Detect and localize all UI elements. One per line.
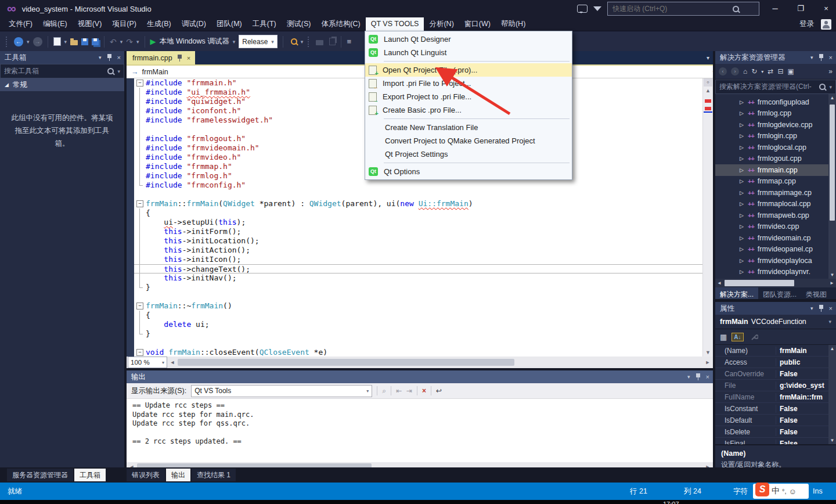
- tool-tab-0[interactable]: 服务器资源管理器: [7, 469, 73, 481]
- document-list-dropdown-icon[interactable]: ▾: [707, 51, 713, 64]
- qt-menu-item-8[interactable]: Create New Translation File: [365, 121, 572, 134]
- navigate-to-icon[interactable]: [316, 40, 323, 45]
- property-value[interactable]: public: [776, 358, 836, 366]
- property-value[interactable]: False: [776, 416, 836, 424]
- error-mark[interactable]: [705, 107, 711, 110]
- expand-arrow-icon[interactable]: ▷: [740, 145, 744, 150]
- solution-configuration-combo[interactable]: Release ▾: [239, 35, 278, 48]
- qt-menu-item-9[interactable]: Convert Project to QMake Generated Proje…: [365, 134, 572, 147]
- close-panel-icon[interactable]: ×: [706, 373, 709, 380]
- fold-collapse-icon[interactable]: −: [134, 301, 146, 311]
- file-item-frmmapimage-cp[interactable]: ▷++frmmapimage.cp: [715, 187, 836, 199]
- file-item-frmlogin-cpp[interactable]: ▷++frmlogin.cpp: [715, 131, 836, 142]
- home-icon[interactable]: ⌂: [743, 67, 747, 75]
- collapse-all-icon[interactable]: ⊟: [777, 67, 783, 75]
- editor-horizontal-scrollbar[interactable]: ◄ ►: [168, 358, 712, 367]
- redo-dropdown-icon[interactable]: ▾: [136, 39, 139, 45]
- chevron-down-icon[interactable]: ▾: [829, 84, 832, 90]
- expand-arrow-icon[interactable]: ▷: [740, 258, 744, 264]
- property-row-FullName[interactable]: FullNamefrmMain::frm: [715, 391, 836, 403]
- expand-arrow-icon[interactable]: ▷: [740, 99, 744, 105]
- property-value[interactable]: False: [776, 428, 836, 436]
- property-row-IsDelete[interactable]: IsDeleteFalse: [715, 426, 836, 438]
- scrollbar-thumb[interactable]: [830, 105, 835, 221]
- debugger-target-label[interactable]: 本地 Windows 调试器: [160, 37, 229, 46]
- navigate-back-dropdown-icon[interactable]: ▾: [27, 39, 30, 45]
- window-position-dropdown-icon[interactable]: ▾: [810, 55, 813, 60]
- qt-menu-item-5[interactable]: Export Project to .pri File...: [365, 90, 572, 103]
- menubar-item-5[interactable]: 调试(D): [176, 17, 211, 31]
- properties-vertical-scrollbar[interactable]: ▲ ▼: [828, 345, 836, 444]
- pin-icon[interactable]: [819, 54, 824, 61]
- property-row-Access[interactable]: Accesspublic: [715, 357, 836, 368]
- file-item-frmmain-cpp[interactable]: ▷++frmmain.cpp: [715, 164, 836, 176]
- scroll-left-icon[interactable]: ◄: [715, 279, 723, 287]
- tool-tab-1[interactable]: 工具箱: [74, 469, 106, 481]
- window-position-dropdown-icon[interactable]: ▾: [99, 55, 102, 60]
- expand-arrow-icon[interactable]: ▷: [740, 122, 744, 128]
- fold-minus-icon[interactable]: −: [136, 303, 143, 309]
- alphabetical-icon[interactable]: A↓: [732, 333, 743, 341]
- fold-minus-icon[interactable]: −: [136, 200, 143, 207]
- next-message-icon[interactable]: ⇥: [406, 387, 412, 395]
- menubar-item-9[interactable]: 体系结构(C): [316, 17, 365, 31]
- expand-arrow-icon[interactable]: ▷: [740, 246, 744, 252]
- scroll-down-icon[interactable]: ▼: [828, 272, 836, 278]
- new-file-button[interactable]: [53, 37, 61, 46]
- qt-menu-item-1[interactable]: QtLaunch Qt Linguist: [365, 46, 572, 59]
- file-item-frmlogout-cpp[interactable]: ▷++frmlogout.cpp: [715, 153, 836, 165]
- sogou-input-icon[interactable]: S: [755, 483, 769, 496]
- fold-collapse-icon[interactable]: −: [134, 199, 146, 208]
- scroll-down-icon[interactable]: ▼: [828, 438, 836, 443]
- properties-object-combo[interactable]: frmMain VCCodeFunction ▾: [715, 315, 836, 329]
- scroll-up-icon[interactable]: ▲: [703, 88, 713, 93]
- toolbox-search-input[interactable]: 搜索工具箱 ▾: [0, 64, 124, 78]
- fold-collapse-icon[interactable]: −: [134, 78, 146, 88]
- file-item-frmvideomain-cp[interactable]: ▷++frmvideomain.cp: [715, 232, 836, 244]
- sync-with-active-document-icon[interactable]: ⇄: [767, 67, 773, 75]
- menubar-item-13[interactable]: 帮助(H): [496, 17, 531, 31]
- chevron-down-icon[interactable]: ▾: [117, 69, 120, 74]
- expand-arrow-icon[interactable]: ▷: [740, 110, 744, 116]
- expand-arrow-icon[interactable]: ▷: [740, 190, 744, 196]
- menubar-item-11[interactable]: 分析(N): [424, 17, 459, 31]
- file-item-frmconfigupload[interactable]: ▷++frmconfigupload: [715, 96, 836, 108]
- file-item-frmmaplocal-cpp[interactable]: ▷++frmmaplocal.cpp: [715, 199, 836, 210]
- find-dropdown-icon[interactable]: ▾: [301, 39, 304, 45]
- filter-icon[interactable]: [593, 6, 601, 15]
- menubar-item-12[interactable]: 窗口(W): [459, 17, 496, 31]
- fold-minus-icon[interactable]: −: [136, 80, 143, 87]
- navigate-back-button[interactable]: ←: [14, 37, 23, 46]
- file-item-frmvideoplayloca[interactable]: ▷++frmvideoplayloca: [715, 255, 836, 267]
- pin-icon[interactable]: [819, 305, 824, 312]
- ime-punctuation[interactable]: °,: [782, 488, 786, 495]
- menubar-item-8[interactable]: 测试(S): [282, 17, 316, 31]
- menubar-item-0[interactable]: 文件(F): [3, 17, 38, 31]
- menubar-item-6[interactable]: 团队(M): [211, 17, 247, 31]
- debugger-dropdown-icon[interactable]: ▾: [233, 39, 236, 45]
- close-panel-icon[interactable]: ×: [117, 54, 121, 61]
- file-item-frmmapweb-cpp[interactable]: ▷++frmmapweb.cpp: [715, 210, 836, 221]
- property-row-IsDefault[interactable]: IsDefaultFalse: [715, 415, 836, 426]
- menubar-item-7[interactable]: 工具(T): [247, 17, 282, 31]
- expand-arrow-icon[interactable]: ▷: [740, 167, 744, 173]
- property-value[interactable]: False: [776, 440, 836, 445]
- qt-menu-item-6[interactable]: Create Basic .pro File...: [365, 103, 572, 117]
- document-tab-frmmain[interactable]: frmmain.cpp ×: [127, 51, 195, 64]
- start-debug-icon[interactable]: ▶: [150, 37, 156, 46]
- property-row-IsConstant[interactable]: IsConstantFalse: [715, 403, 836, 415]
- pending-changes-filter-icon[interactable]: ↻: [751, 67, 757, 75]
- save-all-button[interactable]: [92, 38, 99, 45]
- solution-explorer-search-input[interactable]: 搜索解决方案资源管理器(Ctrl- ▾: [715, 80, 836, 94]
- file-item-frmloglocal-cpp[interactable]: ▷++frmloglocal.cpp: [715, 142, 836, 153]
- scope-name[interactable]: frmMain: [142, 68, 168, 76]
- sign-in-link[interactable]: 登录: [799, 19, 814, 29]
- clear-all-icon[interactable]: ×: [422, 387, 426, 395]
- property-row-CanOverride[interactable]: CanOverrideFalse: [715, 368, 836, 380]
- fold-collapse-icon[interactable]: −: [134, 348, 146, 357]
- properties-icon[interactable]: ▣: [787, 67, 794, 75]
- file-item-frmmap-cpp[interactable]: ▷++frmmap.cpp: [715, 176, 836, 188]
- qt-menu-item-4[interactable]: Import .pri File to Project...: [365, 77, 572, 90]
- property-row-IsFinal[interactable]: IsFinalFalse: [715, 438, 836, 444]
- undo-dropdown-icon[interactable]: ▾: [120, 39, 123, 45]
